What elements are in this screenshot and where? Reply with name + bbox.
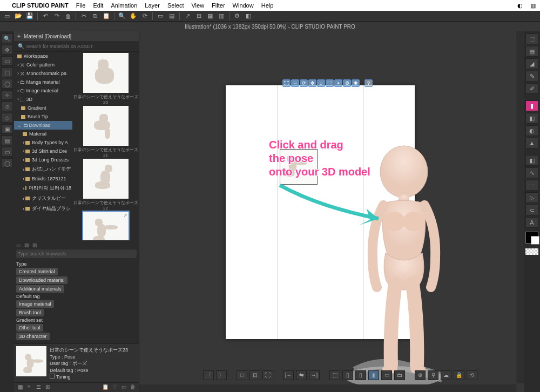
tree-skirt[interactable]: › 3d Skirt and Dre — [14, 147, 72, 156]
pose-prev-icon[interactable]: |← — [283, 370, 294, 380]
tool-shape-icon[interactable]: ◇ — [1, 113, 13, 123]
toolbar-pref-icon[interactable]: ◧ — [244, 12, 253, 21]
pose-item-20[interactable]: 日常のシーンで使えそうなポーズ20 — [72, 53, 139, 105]
pose-item-21[interactable]: 日常のシーンで使えそうなポーズ21 — [72, 106, 139, 158]
view-thumb-icon[interactable]: ▦ — [16, 384, 24, 391]
view-list-icon[interactable]: ≡ — [25, 384, 33, 391]
horizontal-scrollbar[interactable] — [139, 384, 516, 392]
asset-icon[interactable]: ▭ — [381, 370, 392, 380]
tree-crystal[interactable]: › クリスタルピー — [14, 193, 72, 204]
tree-brush-tip[interactable]: Brush Tip — [14, 112, 72, 121]
toolbar-paste-icon[interactable]: 📋 — [102, 12, 111, 21]
cloud-icon[interactable]: ☁ — [441, 370, 451, 380]
chip-created[interactable]: Created material — [16, 268, 58, 275]
filter-icon[interactable]: ▭ — [16, 242, 21, 248]
chip-3d-character[interactable]: 3D character — [16, 333, 50, 340]
toolbar-ruler-icon[interactable]: ▦ — [205, 12, 215, 21]
filter-icon-2[interactable]: ▤ — [24, 242, 29, 248]
three-d-navigate-icon[interactable]: ✥ — [308, 79, 316, 87]
toolbar-text-icon[interactable]: ▤ — [167, 12, 177, 21]
body-icon[interactable]: ▯ — [342, 370, 353, 380]
tool-zoom-icon[interactable]: 🔍 — [1, 33, 13, 43]
right-lasso-icon[interactable]: ⊂ — [525, 205, 538, 215]
tool-operation-icon[interactable]: ▭ — [1, 56, 13, 66]
tool-wand-icon[interactable]: ✧ — [1, 90, 13, 100]
chip-downloaded[interactable]: Downloaded material — [16, 276, 68, 284]
right-fill-icon[interactable]: ◐ — [525, 125, 538, 136]
pose-item-23[interactable]: ↗日常のシーンで使えそうなポーズ23 — [72, 212, 139, 240]
menu-view[interactable]: View — [191, 2, 204, 9]
register-icon[interactable]: ⬚ — [329, 370, 340, 380]
menu-layer[interactable]: Layer — [145, 2, 160, 9]
toolbar-path-icon[interactable]: ↗ — [183, 12, 192, 21]
toolbar-rotate-icon[interactable]: ⟳ — [140, 12, 150, 21]
toolbar-cut-icon[interactable]: ✂ — [79, 12, 89, 21]
tool-move-icon[interactable]: ✥ — [1, 45, 13, 55]
view-large-icon[interactable]: ⊞ — [44, 384, 51, 391]
view-detail-icon[interactable]: ☰ — [35, 384, 42, 391]
tree-braids[interactable]: › Braids-1875121 — [14, 174, 72, 183]
reset-icon[interactable]: ⟲ — [467, 370, 477, 380]
material-tree[interactable]: Workspace › Color pattern › Monochromati… — [14, 52, 72, 240]
floor-icon[interactable]: □ — [237, 370, 247, 380]
tree-hand[interactable]: › お試しハンドモデ — [14, 164, 72, 174]
tree-body-types[interactable]: › Body Types by A — [14, 138, 72, 147]
joint-icon[interactable]: ⚲ — [428, 370, 438, 380]
trash-icon[interactable]: 🗑 — [129, 384, 137, 391]
tree-gradient[interactable]: Gradient — [14, 104, 72, 112]
tree-manga[interactable]: › 🗀 Manga material — [14, 78, 72, 86]
right-dotted-icon[interactable]: ⋯ — [525, 180, 538, 191]
filter-icon-3[interactable]: ▥ — [32, 242, 37, 248]
three-d-help-icon[interactable]: ? — [364, 79, 373, 87]
favorite-icon[interactable]: ♡ — [111, 384, 118, 391]
ground-icon[interactable]: ⊡ — [249, 370, 260, 380]
camera-icon[interactable]: ⛶ — [262, 370, 273, 380]
scale-icon[interactable]: ⊕ — [415, 370, 426, 380]
app-name[interactable]: CLIP STUDIO PAINT — [12, 2, 69, 9]
three-d-light-icon[interactable]: ✺ — [352, 79, 360, 87]
right-subtool-icon[interactable]: ⬚ — [525, 33, 538, 44]
right-shape2-icon[interactable]: ▷ — [525, 192, 538, 203]
toolbar-new-icon[interactable]: ▭ — [2, 12, 12, 21]
pose-item-22[interactable]: 日常のシーンで使えそうなポーズ22 — [72, 159, 139, 211]
toolbar-open-icon[interactable]: 📂 — [14, 12, 23, 21]
menu-window[interactable]: Window — [233, 2, 254, 9]
right-selected-color-icon[interactable]: ▮ — [525, 100, 538, 111]
parts-icon[interactable]: ▯ — [355, 370, 366, 380]
tree-dresses[interactable]: › 3d Long Dresses — [14, 156, 72, 164]
toolbar-snap-icon[interactable]: ▥ — [217, 12, 226, 21]
pose-next-icon[interactable]: →| — [309, 370, 320, 380]
lock-icon[interactable]: 🔒 — [454, 370, 464, 380]
tool-eyedropper-icon[interactable]: ⟃ — [1, 102, 13, 111]
tree-monochromatic[interactable]: › Monochromatic pa — [14, 69, 72, 78]
tool-balloon-icon[interactable]: ◯ — [1, 158, 13, 168]
toolbar-zoom-icon[interactable]: 🔍 — [117, 12, 127, 21]
tree-diamond[interactable]: › ダイヤ結晶ブラシ — [14, 204, 72, 214]
tree-color-pattern[interactable]: › Color pattern — [14, 60, 72, 69]
chip-additional[interactable]: Additional materials — [16, 285, 64, 293]
vertical-scrollbar[interactable] — [516, 31, 524, 383]
toolbar-rect-icon[interactable]: ▭ — [156, 12, 165, 21]
next-arrow-icon[interactable]: 〉 — [216, 370, 227, 380]
toolbar-save-icon[interactable]: 💾 — [25, 12, 35, 21]
prev-arrow-icon[interactable]: 〈 — [203, 370, 214, 380]
plus-icon[interactable]: ＋ — [16, 32, 22, 40]
toolbar-hand-icon[interactable]: ✋ — [129, 12, 138, 21]
chip-brush-tool[interactable]: Brush tool — [16, 309, 44, 316]
right-pen-icon[interactable]: ✎ — [525, 71, 538, 82]
right-pencil-icon[interactable]: ✐ — [525, 83, 538, 94]
toolbar-delete-icon[interactable]: 🗑 — [63, 12, 73, 21]
three-d-anchor-icon[interactable]: ⌖ — [334, 79, 342, 87]
folder-icon[interactable]: 🗀 — [394, 370, 405, 380]
tag-icon[interactable]: ▭ — [120, 384, 127, 391]
material-search-input[interactable] — [26, 44, 137, 49]
color-swatch[interactable] — [525, 232, 538, 244]
tree-hairbrush[interactable]: › 머리카락 브러쉬-18 — [14, 183, 72, 193]
three-d-gear-icon[interactable]: ⚙ — [343, 79, 351, 87]
three-d-box-icon[interactable]: ⬚ — [326, 79, 334, 87]
tree-download[interactable]: ⌄ 🗀 Download — [14, 121, 72, 130]
chip-image-material[interactable]: Image material — [16, 300, 54, 308]
chip-other-tool[interactable]: Other tool — [16, 324, 43, 332]
right-blend-icon[interactable]: ∿ — [525, 167, 538, 178]
material-panel-header[interactable]: ＋ Material [Download] — [14, 31, 139, 41]
